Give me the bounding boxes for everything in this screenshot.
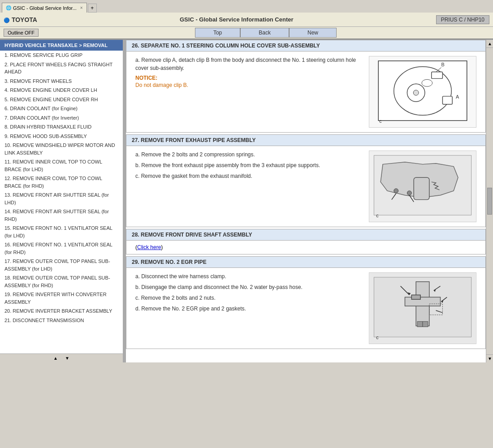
svg-point-11 — [413, 90, 419, 95]
sidebar-item-num: 6. — [4, 106, 9, 111]
sidebar: HYBRID VEHICLE TRANSAXLE > REMOVAL 1. RE… — [0, 40, 123, 362]
sidebar-item-6[interactable]: 6. DRAIN COOLANT (for Engine) — [0, 104, 123, 113]
outline-toggle-button[interactable]: Outline OFF — [4, 29, 39, 37]
sidebar-item-16[interactable]: 16. REMOVE FRONT NO. 1 VENTILATOR SEAL (… — [0, 240, 123, 257]
sidebar-item-label: DISCONNECT TRANSMISSION — [13, 318, 84, 323]
vehicle-badge: PRIUS C / NHP10 — [436, 15, 489, 24]
sidebar-item-num: 7. — [4, 115, 9, 121]
sidebar-item-label: REMOVE ENGINE UNDER COVER LH — [10, 87, 97, 93]
sidebar-scroll-up[interactable]: ▲ — [50, 356, 61, 361]
content-scroll-up[interactable]: ▲ — [486, 40, 493, 48]
section-29-header: 29. REMOVE NO. 2 EGR PIPE — [126, 256, 486, 268]
svg-point-16 — [407, 191, 411, 195]
sidebar-item-label: REMOVE SERVICE PLUG GRIP — [10, 52, 82, 58]
tab-close-button[interactable]: × — [80, 5, 83, 10]
sidebar-item-19[interactable]: 19. REMOVE INVERTER WITH CONVERTER ASSEM… — [0, 290, 123, 306]
sidebar-item-9[interactable]: 9. REMOVE HOOD SUB-ASSEMBLY — [0, 132, 123, 141]
svg-text:c: c — [379, 118, 382, 124]
svg-rect-24 — [405, 297, 441, 306]
sidebar-item-num: 16. — [4, 242, 11, 247]
sidebar-item-num: 12. — [4, 176, 11, 181]
section-27-body: a. Remove the 2 bolts and 2 compression … — [126, 146, 486, 227]
app-title: GSIC - Global Service Information Center — [41, 16, 432, 23]
section-26-header: 26. SEPARATE NO. 1 STEERING COLUMN HOLE … — [126, 40, 486, 52]
section-27-header: 27. REMOVE FRONT EXHAUST PIPE ASSEMBLY — [126, 134, 486, 146]
sidebar-item-num: 13. — [4, 192, 11, 198]
sidebar-item-num: 21. — [4, 318, 11, 323]
sidebar-item-11[interactable]: 11. REMOVE INNER COWL TOP TO COWL BRACE … — [0, 157, 123, 174]
svg-text:c: c — [376, 213, 379, 218]
sidebar-item-20[interactable]: 20. REMOVE INVERTER BRACKET ASSEMBLY — [0, 306, 123, 316]
step-27a: a. Remove the 2 bolts and 2 compression … — [135, 151, 362, 159]
sidebar-item-12[interactable]: 12. REMOVE INNER COWL TOP TO COWL BRACE … — [0, 174, 123, 190]
sidebar-content[interactable]: 1. REMOVE SERVICE PLUG GRIP2. PLACE FRON… — [0, 51, 123, 353]
sidebar-item-10[interactable]: 10. REMOVE WINDSHIELD WIPER MOTOR AND LI… — [0, 141, 123, 157]
top-button[interactable]: Top — [195, 28, 240, 38]
svg-text:B: B — [441, 62, 444, 67]
section-27-steps: a. Remove the 2 bolts and 2 compression … — [135, 151, 362, 222]
sidebar-item-num: 8. — [4, 124, 9, 129]
sidebar-item-num: 2. — [4, 62, 9, 67]
sidebar-item-num: 17. — [4, 258, 11, 264]
section-26-notice-label: NOTICE: — [135, 75, 362, 81]
sidebar-item-21[interactable]: 21. DISCONNECT TRANSMISSION — [0, 316, 123, 325]
step-29a: a. Disconnect the wire harness clamp. — [135, 272, 362, 280]
sidebar-item-7[interactable]: 7. DRAIN COOLANT (for Inverter) — [0, 113, 123, 123]
sidebar-item-2[interactable]: 2. PLACE FRONT WHEELS FACING STRAIGHT AH… — [0, 60, 123, 77]
section-27-diagram: c — [369, 151, 476, 222]
tab-bar: 🌐 GSIC - Global Service Infor... × + — [0, 0, 493, 13]
sidebar-item-label: REMOVE FRONT AIR SHUTTER SEAL (for LHD) — [4, 192, 109, 205]
svg-point-12 — [422, 79, 432, 86]
sidebar-item-num: 9. — [4, 134, 9, 139]
step-26a: a. Remove clip A, detach clip B from the… — [135, 56, 362, 72]
sidebar-item-label: REMOVE FRONT AIR SHUTTER SEAL (for RHD) — [4, 209, 109, 222]
browser-tab[interactable]: 🌐 GSIC - Global Service Infor... × — [2, 3, 87, 13]
section-28-click-link[interactable]: Click here — [137, 244, 161, 250]
sidebar-item-label: REMOVE HOOD SUB-ASSEMBLY — [10, 134, 87, 139]
svg-rect-8 — [442, 96, 452, 104]
content-scroll-down[interactable]: ▼ — [486, 354, 493, 362]
sidebar-item-label: REMOVE FRONT NO. 1 VENTILATOR SEAL (for … — [4, 242, 112, 255]
section-28-header: 28. REMOVE FRONT DRIVE SHAFT ASSEMBLY — [126, 229, 486, 241]
sidebar-item-17[interactable]: 17. REMOVE OUTER COWL TOP PANEL SUB-ASSE… — [0, 257, 123, 273]
section-29: 29. REMOVE NO. 2 EGR PIPE a. Disconnect … — [126, 256, 486, 349]
sidebar-item-13[interactable]: 13. REMOVE FRONT AIR SHUTTER SEAL (for L… — [0, 190, 123, 207]
sidebar-item-15[interactable]: 15. REMOVE FRONT NO. 1 VENTILATOR SEAL (… — [0, 224, 123, 240]
new-tab-button[interactable]: + — [88, 4, 97, 13]
sidebar-item-label: REMOVE INNER COWL TOP TO COWL BRACE (for… — [4, 176, 102, 189]
sidebar-item-num: 3. — [4, 78, 9, 84]
toyota-logo: 🔵 TOYOTA — [4, 16, 37, 23]
sidebar-item-14[interactable]: 14. REMOVE FRONT AIR SHUTTER SEAL (for R… — [0, 207, 123, 224]
sidebar-header: HYBRID VEHICLE TRANSAXLE > REMOVAL — [0, 40, 123, 51]
sidebar-item-num: 18. — [4, 275, 11, 280]
sidebar-item-num: 19. — [4, 292, 11, 297]
browser-chrome: 🌐 GSIC - Global Service Infor... × + 🔵 T… — [0, 0, 493, 40]
sidebar-item-label: REMOVE INVERTER BRACKET ASSEMBLY — [13, 308, 112, 314]
step-27b: b. Remove the front exhaust pipe assembl… — [135, 161, 362, 169]
sidebar-item-label: DRAIN COOLANT (for Engine) — [10, 106, 78, 111]
sidebar-item-4[interactable]: 4. REMOVE ENGINE UNDER COVER LH — [0, 86, 123, 95]
nav-buttons: Top Back New — [39, 28, 493, 38]
section-28-paren-close: ) — [161, 244, 163, 250]
sidebar-item-18[interactable]: 18. REMOVE OUTER COWL TOP PANEL SUB-ASSE… — [0, 273, 123, 290]
sidebar-item-1[interactable]: 1. REMOVE SERVICE PLUG GRIP — [0, 51, 123, 60]
sidebar-item-8[interactable]: 8. DRAIN HYBRID TRANSAXLE FLUID — [0, 122, 123, 132]
content-scroll-thumb[interactable] — [487, 188, 492, 215]
sidebar-item-5[interactable]: 5. REMOVE ENGINE UNDER COVER RH — [0, 95, 123, 104]
sidebar-item-3[interactable]: 3. REMOVE FRONT WHEELS — [0, 77, 123, 86]
new-button[interactable]: New — [289, 28, 337, 38]
sidebar-scroll-down[interactable]: ▼ — [61, 356, 73, 361]
sidebar-item-label: REMOVE WINDSHIELD WIPER MOTOR AND LINK A… — [4, 142, 115, 155]
sidebar-item-label: REMOVE INNER COWL TOP TO COWL BRACE (for… — [4, 159, 102, 172]
section-26-body: a. Remove clip A, detach clip B from the… — [126, 52, 486, 133]
content-area[interactable]: 26. SEPARATE NO. 1 STEERING COLUMN HOLE … — [126, 40, 486, 362]
sidebar-item-label: REMOVE FRONT WHEELS — [10, 78, 72, 84]
section-29-diagram: c — [369, 272, 476, 344]
sidebar-title: HYBRID VEHICLE TRANSAXLE > REMOVAL — [4, 43, 108, 48]
step-29d: d. Remove the No. 2 EGR pipe and 2 gaske… — [135, 305, 362, 313]
back-button[interactable]: Back — [240, 28, 289, 38]
main-area: HYBRID VEHICLE TRANSAXLE > REMOVAL 1. RE… — [0, 40, 493, 362]
sidebar-item-num: 14. — [4, 209, 11, 214]
section-28-body: (Click here) — [126, 241, 486, 254]
section-29-body: a. Disconnect the wire harness clamp. b.… — [126, 268, 486, 349]
